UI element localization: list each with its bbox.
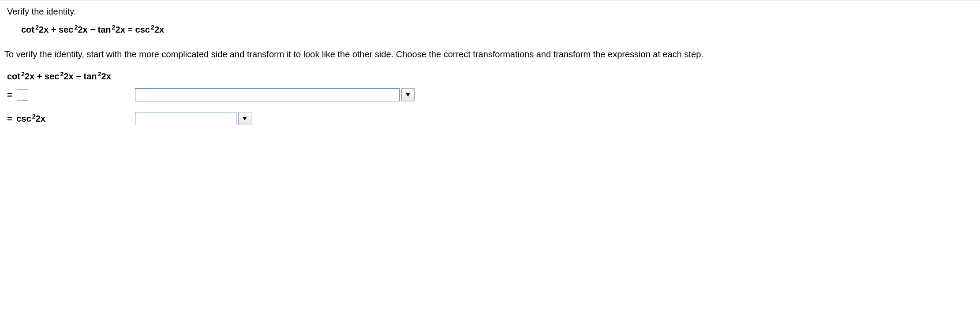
l1-tan-fn: tan [84,71,97,81]
l1-minus: − [74,71,84,81]
l1-cot-fn: cot [7,71,20,81]
l3-csc-arg: 2x [36,114,45,123]
dropdown-text[interactable] [135,112,236,125]
svg-marker-0 [406,93,410,97]
question-box: Verify the identity. cot22x + sec22x − t… [0,0,980,43]
lhs-expression: cot22x + sec22x − tan22x [7,71,135,82]
term-tan-arg: 2x [116,25,125,34]
term-sec-arg: 2x [78,25,87,34]
l1-sec-arg: 2x [64,71,73,81]
dropdown-toggle-button[interactable] [401,88,415,101]
term-csc-exp: 2 [151,24,154,31]
l1-sec-fn: sec [45,71,59,81]
term-tan-exp: 2 [112,24,116,31]
l1-tan-exp: 2 [98,71,101,78]
svg-marker-1 [243,117,247,120]
work-line-2: = [7,88,973,102]
work-line-1: cot22x + sec22x − tan22x [7,69,973,83]
instruction-text: To verify the identity, start with the m… [0,43,980,61]
l3-csc-exp: 2 [32,113,36,120]
term-sec-fn: sec [59,25,73,34]
chevron-down-icon [405,93,411,97]
step-answer-input[interactable] [17,89,28,101]
l2-equals: = [7,90,12,100]
final-transformation-dropdown[interactable] [135,112,251,125]
chevron-down-icon [242,116,247,121]
step-transformation-dropdown[interactable] [135,88,415,101]
l1-tan-arg: 2x [101,71,111,81]
op-eq: = [125,25,135,34]
term-cot-arg: 2x [39,25,49,34]
term-sec-exp: 2 [74,24,78,31]
dropdown-toggle-button[interactable] [238,112,251,125]
identity-expression: cot22x + sec22x − tan22x = csc22x [7,25,973,35]
l3-equals: = [7,114,15,123]
l1-cot-arg: 2x [25,71,34,81]
work-area: cot22x + sec22x − tan22x = = csc22x [0,61,980,133]
dropdown-text[interactable] [135,88,400,101]
term-csc-arg: 2x [154,25,164,34]
work-line-3: = csc22x [7,112,973,126]
l3-csc-fn: csc [16,114,31,123]
term-tan-fn: tan [98,25,111,34]
term-csc-fn: csc [135,25,150,34]
term-cot-fn: cot [21,25,34,34]
op-plus: + [49,25,59,34]
l1-cot-exp: 2 [21,71,25,78]
l1-sec-exp: 2 [60,71,64,78]
l1-plus: + [34,71,45,81]
op-minus: − [88,25,98,34]
question-prompt: Verify the identity. [7,7,973,17]
term-cot-exp: 2 [35,24,39,31]
